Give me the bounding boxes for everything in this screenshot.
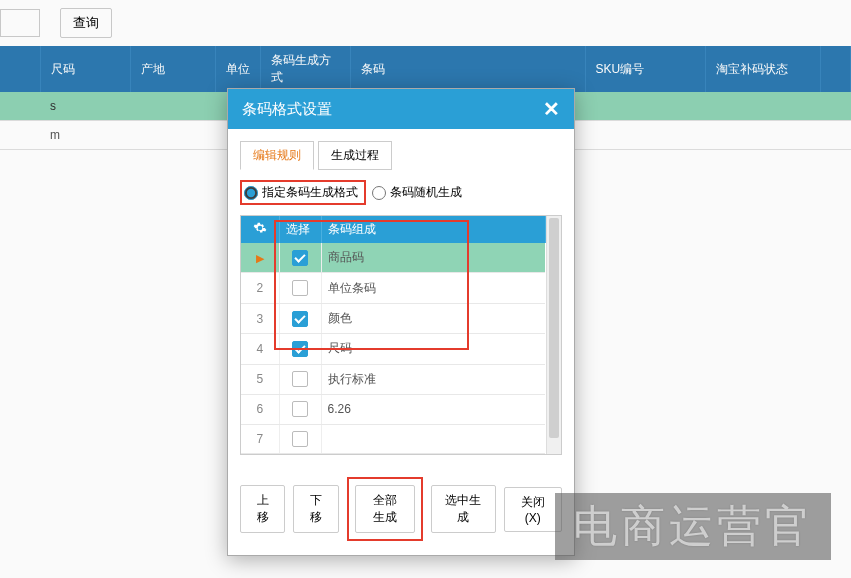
- row-checkbox[interactable]: [292, 341, 308, 357]
- row-index: ▶: [241, 243, 279, 273]
- row-checkbox[interactable]: [292, 311, 308, 327]
- row-label: 执行标准: [321, 364, 545, 394]
- component-row[interactable]: 3颜色: [241, 303, 545, 333]
- scroll-thumb[interactable]: [549, 218, 559, 438]
- gear-icon: [253, 221, 267, 235]
- row-index: 6: [241, 395, 279, 424]
- row-index: 2: [241, 273, 279, 303]
- close-button[interactable]: 关闭(X): [504, 487, 562, 532]
- component-row[interactable]: 5执行标准: [241, 364, 545, 394]
- row-index: 3: [241, 303, 279, 333]
- row-checkbox[interactable]: [292, 401, 308, 417]
- row-label: 颜色: [321, 303, 545, 333]
- component-row[interactable]: 4尺码: [241, 334, 545, 364]
- row-label: 商品码: [321, 243, 545, 273]
- close-icon[interactable]: ✕: [543, 99, 560, 119]
- generate-all-button[interactable]: 全部生成: [355, 485, 415, 533]
- tab-edit-rule[interactable]: 编辑规则: [240, 141, 314, 170]
- current-row-arrow-icon: ▶: [256, 252, 264, 264]
- col-select[interactable]: 选择: [279, 216, 321, 243]
- component-row[interactable]: 7: [241, 424, 545, 453]
- radio-random-text: 条码随机生成: [390, 184, 462, 201]
- radio-format[interactable]: [244, 186, 258, 200]
- row-checkbox-cell[interactable]: [279, 334, 321, 364]
- col-component[interactable]: 条码组成: [321, 216, 545, 243]
- move-up-button[interactable]: 上移: [240, 485, 285, 533]
- row-index: 4: [241, 334, 279, 364]
- row-checkbox-cell[interactable]: [279, 243, 321, 273]
- component-table: 选择 条码组成 ▶商品码2单位条码3颜色4尺码5执行标准66.267: [241, 216, 546, 454]
- row-checkbox[interactable]: [292, 431, 308, 447]
- component-row[interactable]: 66.26: [241, 395, 545, 424]
- row-index: 5: [241, 364, 279, 394]
- row-checkbox-cell[interactable]: [279, 273, 321, 303]
- row-checkbox-cell[interactable]: [279, 303, 321, 333]
- row-label: 6.26: [321, 395, 545, 424]
- generate-selected-button[interactable]: 选中生成: [431, 485, 496, 533]
- row-label: 单位条码: [321, 273, 545, 303]
- inner-scrollbar[interactable]: [546, 216, 561, 454]
- row-index: 7: [241, 424, 279, 453]
- tab-gen-process[interactable]: 生成过程: [318, 141, 392, 170]
- radio-format-text: 指定条码生成格式: [262, 184, 358, 201]
- row-checkbox[interactable]: [292, 250, 308, 266]
- modal-title: 条码格式设置: [242, 100, 332, 119]
- row-checkbox-cell[interactable]: [279, 395, 321, 424]
- row-label: [321, 424, 545, 453]
- component-row[interactable]: ▶商品码: [241, 243, 545, 273]
- gear-header[interactable]: [241, 216, 279, 243]
- row-label: 尺码: [321, 334, 545, 364]
- barcode-format-modal: 条码格式设置 ✕ 编辑规则 生成过程 指定条码生成格式 条码随机生成: [227, 88, 575, 556]
- row-checkbox[interactable]: [292, 371, 308, 387]
- move-down-button[interactable]: 下移: [293, 485, 338, 533]
- radio-format-label[interactable]: 指定条码生成格式: [244, 184, 358, 201]
- radio-random[interactable]: [372, 186, 386, 200]
- row-checkbox-cell[interactable]: [279, 424, 321, 453]
- component-row[interactable]: 2单位条码: [241, 273, 545, 303]
- row-checkbox[interactable]: [292, 280, 308, 296]
- radio-random-label[interactable]: 条码随机生成: [372, 184, 462, 201]
- row-checkbox-cell[interactable]: [279, 364, 321, 394]
